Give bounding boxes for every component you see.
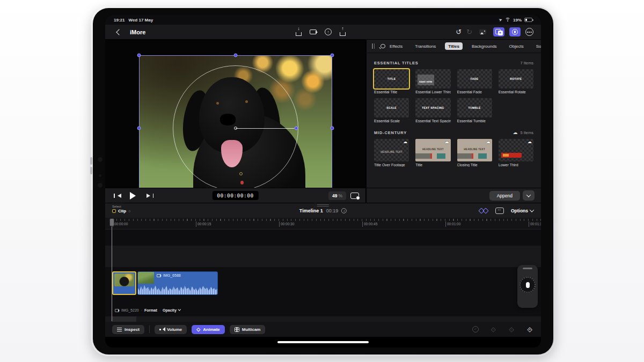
timeline-clip-img-6588[interactable]: IMG_6588 bbox=[137, 271, 218, 295]
record-voiceover-icon[interactable]: ↑ bbox=[325, 28, 332, 35]
previous-keyframe-button[interactable]: ◇‹ bbox=[489, 326, 497, 333]
redo-button[interactable]: ↻ bbox=[466, 28, 472, 36]
camera-badge-icon bbox=[115, 309, 119, 312]
title-item-essential-title[interactable]: TITLE Essential Title bbox=[374, 69, 409, 94]
volume-up-button bbox=[90, 157, 92, 165]
transform-handle-top[interactable] bbox=[234, 54, 238, 57]
animate-button[interactable]: ◇Animate bbox=[192, 325, 224, 334]
media-browser-button[interactable] bbox=[477, 27, 488, 36]
title-item-essential-lower-third[interactable]: NAME HERE Essential Lower Third bbox=[415, 69, 450, 94]
title-item-closing-title[interactable]: HEADLINE TEXT ☁ Closing Title bbox=[457, 139, 492, 167]
timeline-resize-handle[interactable] bbox=[317, 204, 329, 206]
ipad-bezel: 19:21 Wed 17 May ➤ 19% iMore ↓ bbox=[93, 8, 553, 354]
select-mode-button[interactable]: Clip ○ bbox=[112, 209, 130, 213]
share-icon[interactable]: ↑ bbox=[340, 32, 346, 36]
jog-wheel[interactable] bbox=[517, 265, 538, 308]
play-button[interactable] bbox=[130, 192, 140, 200]
page-background: 19:21 Wed 17 May ➤ 19% iMore ↓ bbox=[0, 0, 644, 362]
transform-handle-left[interactable] bbox=[137, 127, 141, 130]
append-options-button[interactable] bbox=[523, 190, 535, 201]
clip-thumbnail-dog bbox=[114, 274, 134, 286]
info-icon[interactable]: i bbox=[341, 208, 347, 213]
tab-backgrounds[interactable]: Backgrounds bbox=[469, 42, 500, 50]
transform-handle-top-left[interactable] bbox=[137, 54, 141, 57]
status-bar: 19:21 Wed 17 May ➤ 19% bbox=[105, 15, 541, 25]
viewer-zoom-level[interactable]: 49% bbox=[328, 191, 346, 200]
ruler-label: 00:01:15 bbox=[529, 221, 541, 227]
cloud-download-icon: ☁ bbox=[403, 140, 407, 144]
multicam-button[interactable]: Multicam bbox=[230, 325, 266, 334]
tab-titles[interactable]: Titles bbox=[445, 42, 463, 50]
playhead[interactable] bbox=[112, 218, 112, 321]
title-item-essential-scale[interactable]: SCALE Essential Scale bbox=[374, 98, 409, 123]
volume-button[interactable]: Volume bbox=[155, 325, 187, 334]
magnetic-timeline-icon[interactable] bbox=[479, 207, 488, 214]
wifi-icon bbox=[505, 18, 510, 22]
titles-lane bbox=[105, 246, 541, 267]
home-indicator[interactable] bbox=[277, 341, 369, 343]
jog-dial[interactable] bbox=[519, 277, 536, 293]
inspect-button[interactable]: Inspect bbox=[112, 325, 144, 334]
undo-button[interactable]: ↺ bbox=[456, 28, 462, 36]
jog-grab-handle[interactable] bbox=[523, 268, 532, 269]
transform-handle-top-right[interactable] bbox=[331, 54, 334, 57]
cloud-download-icon: ☁ bbox=[528, 140, 532, 144]
options-button[interactable]: Options bbox=[511, 208, 533, 213]
ipad-device-frame: 19:21 Wed 17 May ➤ 19% iMore ↓ bbox=[91, 6, 555, 356]
volume-down-button bbox=[90, 167, 92, 174]
cloud-download-icon: ☁ bbox=[486, 140, 491, 144]
next-keyframe-button[interactable]: ◇› bbox=[508, 326, 515, 333]
center-anchor[interactable] bbox=[234, 127, 237, 130]
clip-appearance-icon[interactable] bbox=[495, 208, 504, 214]
ruler-label: 00:00:00 bbox=[113, 221, 128, 227]
append-button[interactable]: Append bbox=[489, 191, 520, 201]
connected-clip-properties[interactable]: IMG_5220 · Format · Opacity bbox=[115, 308, 181, 312]
add-keyframe-button[interactable]: ◇+ bbox=[526, 326, 533, 333]
chevron-down-icon bbox=[178, 308, 181, 311]
more-menu-button[interactable]: ••• bbox=[525, 28, 533, 36]
transport-bar: 00:00:00:00 49% bbox=[105, 188, 365, 203]
multicam-grid-icon bbox=[235, 327, 239, 332]
video-frame[interactable] bbox=[139, 55, 332, 201]
battery-percent: 19% bbox=[513, 18, 522, 23]
title-item-essential-text-spacing[interactable]: TEXT SPACING Essential Text Spacing bbox=[415, 98, 450, 123]
transform-handle-right[interactable] bbox=[331, 127, 334, 130]
timeline-header: Select Clip ○ Timeline 1 00:19 i bbox=[105, 203, 541, 218]
timeline-tracks[interactable]: IMG_6588 IMG_5220 · Format · Opacity bbox=[105, 230, 541, 322]
section-header-essential: ESSENTIAL TITLES 7 Items bbox=[374, 61, 533, 65]
viewer-fit-icon[interactable] bbox=[350, 193, 359, 199]
playhead-handle[interactable] bbox=[109, 218, 114, 226]
title-item-mid-century-title[interactable]: HEADLINE TEXT ☁ Title bbox=[415, 139, 450, 167]
title-item-essential-fade[interactable]: FADE Essential Fade bbox=[457, 69, 492, 94]
title-item-title-over-footage[interactable]: HEADLINE TEXT ☁ Title Over Footage bbox=[374, 139, 409, 167]
title-item-essential-tumble[interactable]: TUMBLE Essential Tumble bbox=[457, 98, 492, 123]
timeline-ruler[interactable]: 00:00:00 00:00:15 00:00:30 00:00:45 00:0… bbox=[105, 218, 541, 230]
back-button[interactable] bbox=[116, 29, 122, 35]
ruler-label: 00:00:30 bbox=[279, 221, 294, 227]
project-title: iMore bbox=[130, 29, 145, 35]
content-browser-button[interactable] bbox=[493, 27, 504, 36]
import-icon[interactable]: ↓ bbox=[296, 32, 302, 36]
timeline-clip-selected[interactable] bbox=[112, 271, 136, 295]
tab-effects[interactable]: Effects bbox=[386, 42, 406, 50]
skip-to-end-button[interactable] bbox=[147, 194, 154, 198]
camera-icon[interactable] bbox=[310, 29, 317, 34]
camera-badge-icon bbox=[157, 274, 161, 277]
panel-drag-handle[interactable] bbox=[372, 43, 375, 49]
titles-library: ESSENTIAL TITLES 7 Items TITLE Essential… bbox=[367, 54, 541, 188]
battery-icon bbox=[524, 18, 532, 22]
title-item-mid-century-lower-third[interactable]: ☁ Lower Third bbox=[499, 139, 533, 167]
tab-objects[interactable]: Objects bbox=[506, 42, 527, 50]
status-time: 19:21 bbox=[114, 18, 125, 23]
viewer-panel bbox=[105, 40, 365, 188]
keyframe-done-icon[interactable]: ✓ bbox=[472, 326, 479, 333]
titles-star-icon bbox=[495, 29, 503, 35]
jog-wheel-toggle-button[interactable] bbox=[509, 27, 521, 36]
title-item-essential-rotate[interactable]: ROTATE Essential Rotate bbox=[499, 69, 533, 94]
bottom-toolbar: Inspect Volume ◇Animate Multicam ✓ ◇‹ ◇›… bbox=[105, 322, 541, 337]
tab-soundtracks[interactable]: Soundtracks bbox=[533, 42, 541, 50]
skip-to-start-button[interactable] bbox=[114, 194, 121, 198]
photo-icon bbox=[479, 29, 486, 34]
tab-transitions[interactable]: Transitions bbox=[412, 42, 439, 50]
speaker-icon bbox=[159, 327, 164, 331]
